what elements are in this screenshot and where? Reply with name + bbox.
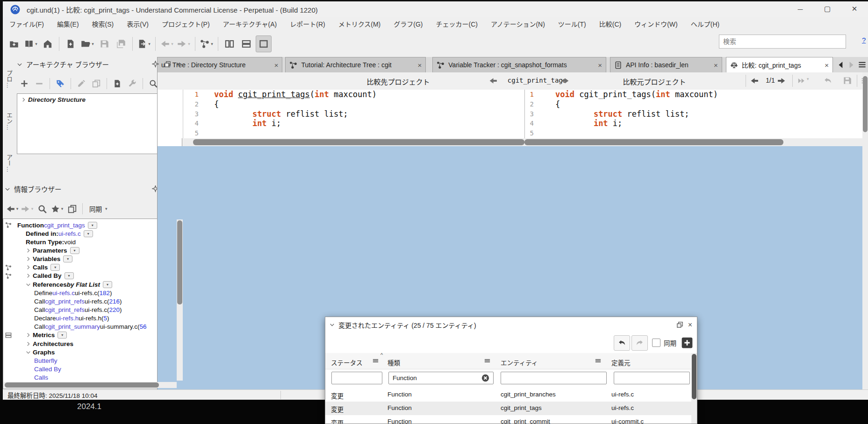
save-all-button[interactable]	[114, 36, 129, 52]
menu-item[interactable]: ファイル(F)	[3, 19, 50, 28]
dropdown-icon[interactable]: ▾	[88, 222, 97, 229]
chevron-down-icon[interactable]	[330, 322, 335, 327]
info-tree-row[interactable]: References by Flat List▾	[3, 280, 183, 289]
tab-close-icon[interactable]: ×	[418, 61, 422, 69]
entity-link[interactable]: ui-refs.h	[56, 315, 79, 322]
open-project-button[interactable]: ▾	[23, 36, 38, 52]
menu-item[interactable]: アーキテクチャ(A)	[216, 19, 284, 28]
info-tree-row[interactable]: Defined in: ui-refs.c▾	[3, 229, 183, 238]
float-icon[interactable]	[676, 321, 683, 328]
undo-icon[interactable]	[824, 77, 832, 85]
info-tree-row[interactable]: Declare ui-refs.h ui-refs.h(5)	[3, 314, 183, 323]
info-tree-row[interactable]: Parameters▾	[3, 246, 183, 254]
tabs-scroll-left-icon[interactable]	[837, 61, 845, 69]
filter-input-1[interactable]	[331, 372, 382, 384]
back-button[interactable]: ▾	[159, 36, 174, 52]
new-project-button[interactable]	[7, 36, 22, 52]
plus-button[interactable]	[18, 76, 31, 92]
tab-list-menu-icon[interactable]	[858, 60, 867, 69]
entity-link[interactable]: cgit_print_summary	[45, 323, 100, 330]
forward-button[interactable]: ▾	[176, 36, 191, 52]
close-icon[interactable]: ×	[688, 321, 692, 329]
star-button[interactable]: ▾	[50, 201, 64, 217]
layout-cols-button[interactable]	[222, 36, 237, 52]
chevron-right-icon[interactable]	[26, 332, 31, 338]
code-pane-source[interactable]: 1void cgit_print_tags(int maxcount)2{3 s…	[528, 90, 861, 138]
info-tree-horizontal-scrollbar[interactable]	[4, 382, 177, 388]
open-file-button[interactable]: ▾	[80, 36, 95, 52]
filter-input-2[interactable]: Function	[388, 372, 494, 384]
layout-rows-button[interactable]	[239, 36, 254, 52]
info-tree-row[interactable]: Return Type: void	[3, 238, 183, 246]
info-tree-row[interactable]: Call cgit_print_refs ui-refs.c(216)	[3, 297, 183, 305]
info-tree-row[interactable]: Define ui-refs.c ui-refs.c(182)	[3, 289, 183, 297]
info-tree-row[interactable]: Calls▾	[3, 263, 183, 272]
filter-input-4[interactable]	[614, 372, 690, 384]
export-button[interactable]: ▾	[136, 36, 151, 52]
entity-link[interactable]: ui-refs.c	[52, 290, 75, 297]
graph-button[interactable]: ▾	[199, 36, 214, 52]
dropdown-icon[interactable]: ▾	[65, 272, 74, 279]
tree-root-directory-structure[interactable]: Directory Structure	[28, 96, 86, 103]
menu-item[interactable]: ヘルプ(H)	[684, 19, 726, 28]
column-filter-icon[interactable]	[595, 357, 602, 364]
chevron-right-icon[interactable]	[21, 97, 26, 102]
copy-button[interactable]	[65, 201, 79, 217]
chevron-right-icon[interactable]	[26, 256, 31, 261]
column-header-3[interactable]: エンティティ	[501, 358, 538, 367]
entity-row[interactable]: 変更Functioncgit_print_tagsui-refs.c	[325, 402, 691, 415]
info-tree-row[interactable]: Variables▾	[3, 255, 183, 263]
dropdown-icon[interactable]: ▾	[70, 247, 79, 254]
menu-item[interactable]: ツール(T)	[552, 19, 593, 28]
previous-function-icon[interactable]	[489, 77, 497, 85]
column-header-1[interactable]: ステータス	[331, 358, 363, 367]
maximize-button[interactable]: ▢	[814, 1, 841, 16]
dropdown-icon[interactable]: ▾	[103, 281, 112, 288]
sync-caret-icon[interactable]: ▾	[105, 206, 108, 211]
filter-input-3[interactable]	[501, 372, 607, 384]
dropdown-icon[interactable]: ▾	[57, 332, 67, 339]
tab-5[interactable]: 比較: cgit_print_tags×	[726, 57, 833, 72]
column-header-4[interactable]: 定義元	[611, 358, 631, 367]
info-tree-row[interactable]: Architectures	[3, 339, 183, 348]
info-tree-row[interactable]: Calls	[3, 374, 183, 382]
info-tree-vertical-scrollbar[interactable]	[177, 219, 183, 381]
chevron-down-icon[interactable]	[26, 350, 31, 355]
entity-link[interactable]: cgit_print_tags	[44, 222, 85, 229]
entity-link[interactable]: Calls	[34, 374, 48, 381]
add-filter-button[interactable]	[681, 337, 693, 349]
save-icon[interactable]	[843, 76, 852, 85]
menu-item[interactable]: 比較(C)	[593, 19, 628, 28]
minimize-button[interactable]: ─	[787, 1, 814, 16]
entities-vertical-scrollbar[interactable]	[691, 353, 697, 424]
chevron-right-icon[interactable]	[26, 248, 31, 253]
dock-rail-tab-1[interactable]: プロ…	[5, 70, 14, 88]
dropdown-icon[interactable]: ▾	[63, 255, 72, 262]
dock-rail-tab-2[interactable]: エン…	[5, 112, 14, 130]
menu-item[interactable]: チェッカー(C)	[430, 19, 484, 28]
close-button[interactable]: ✕	[841, 1, 868, 16]
code-pane-target[interactable]: 1void cgit_print_tags(int maxcount)2{3 s…	[183, 90, 524, 138]
undo-button[interactable]	[614, 335, 630, 351]
menu-item[interactable]: グラフ(G)	[387, 19, 429, 28]
entity-link[interactable]: ui-refs.c	[58, 230, 81, 237]
dock-rail-tab-3[interactable]: アー…	[5, 154, 14, 172]
copy-button[interactable]	[90, 76, 103, 92]
info-tree-row[interactable]: Graphs	[3, 348, 183, 356]
search-button[interactable]	[36, 201, 49, 217]
column-filter-icon[interactable]	[372, 357, 379, 364]
left-pane-horizontal-scrollbar[interactable]	[183, 139, 524, 146]
entity-link[interactable]: cgit_print_refs	[45, 298, 85, 305]
next-diff-icon[interactable]	[777, 77, 786, 85]
back-button[interactable]: ▾	[6, 201, 19, 217]
sync-checkbox[interactable]	[652, 339, 660, 347]
wrench-button[interactable]	[126, 76, 139, 92]
info-tree-row[interactable]: Metrics▾	[3, 331, 183, 339]
tab-4[interactable]: API Info : basedir_len×	[610, 57, 722, 72]
pencil-button[interactable]	[75, 76, 88, 92]
right-pane-horizontal-scrollbar[interactable]	[524, 139, 862, 146]
menu-item[interactable]: プロジェクト(P)	[155, 19, 216, 28]
menu-item[interactable]: レポート(R)	[283, 19, 331, 28]
chevron-down-icon[interactable]	[17, 62, 22, 67]
float-icon[interactable]	[164, 61, 171, 68]
